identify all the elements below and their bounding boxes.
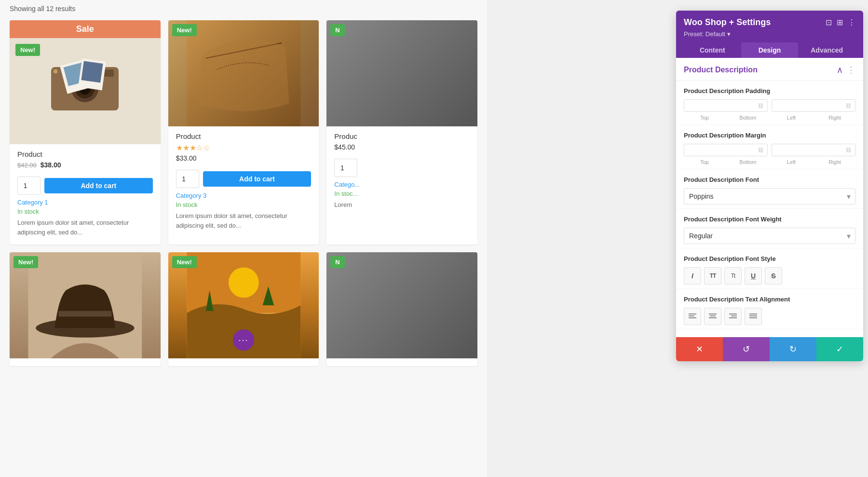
- underline-btn[interactable]: U: [745, 267, 762, 285]
- tt-caps-btn[interactable]: TT: [704, 267, 721, 285]
- strikethrough-btn[interactable]: S: [765, 267, 782, 285]
- product-desc-1: Lorem ipsum dolor sit amet, consectetur …: [10, 218, 161, 237]
- qty-input-2[interactable]: [176, 170, 199, 188]
- padding-right-input[interactable]: ⛓: [772, 99, 855, 112]
- responsive-icon[interactable]: ⊡: [826, 18, 832, 27]
- padding-label-left: Left: [771, 115, 812, 121]
- product-info-2: Product ★★★☆☆ $33.00: [168, 126, 319, 162]
- bag-svg: [168, 20, 319, 126]
- link-icon-3: ⛓: [758, 147, 763, 153]
- product-image-3: N: [326, 20, 477, 126]
- font-select[interactable]: Poppins Roboto Open Sans: [684, 188, 855, 204]
- panel-header-icons: ⊡ ⊞ ⋮: [826, 18, 855, 27]
- padding-label-bottom: Bottom: [727, 115, 769, 121]
- tab-content[interactable]: Content: [684, 42, 741, 58]
- padding-top-input[interactable]: ⛓: [684, 99, 768, 112]
- dots-icon: ···: [238, 335, 248, 345]
- text-align-buttons: [684, 308, 855, 325]
- font-style-label: Product Description Font Style: [684, 255, 855, 262]
- category-link-2[interactable]: Category 3: [168, 192, 319, 199]
- font-weight-label: Product Description Font Weight: [684, 216, 855, 223]
- panel-body: Product Description ∧ ⋮ Product Descript…: [676, 58, 863, 337]
- product-desc-3: Lorem: [326, 200, 477, 210]
- svg-rect-5: [54, 69, 57, 73]
- product-card-3: N Produc $45.00 Catego... In stoc... Lor…: [326, 20, 477, 245]
- tab-advanced[interactable]: Advanced: [798, 42, 855, 58]
- tab-design[interactable]: Design: [741, 42, 799, 58]
- hat-image: [10, 252, 161, 358]
- partial-image: [326, 20, 477, 126]
- add-to-cart-btn-1[interactable]: Add to cart: [44, 178, 153, 193]
- cancel-btn[interactable]: ✕: [676, 337, 723, 361]
- text-align-label: Product Description Text Alignment: [684, 296, 855, 303]
- badge-new-2: New!: [172, 24, 197, 36]
- font-select-wrapper: Poppins Roboto Open Sans: [684, 188, 855, 204]
- product-card-6: N: [326, 252, 477, 366]
- padding-setting: Product Description Padding ⛓ ⛓ Top Bott…: [676, 81, 863, 125]
- add-to-cart-btn-2[interactable]: Add to cart: [203, 171, 312, 187]
- padding-label-top: Top: [684, 115, 725, 121]
- svg-rect-9: [81, 61, 103, 82]
- collapse-icon[interactable]: ∧: [837, 65, 843, 75]
- category-link-3[interactable]: Catego...: [326, 181, 477, 188]
- stars-2: ★★★☆☆: [176, 143, 312, 152]
- dots-menu[interactable]: ···: [233, 329, 254, 351]
- margin-inputs: ⛓ ⛓: [684, 144, 855, 156]
- align-right-btn[interactable]: [724, 308, 742, 325]
- badge-new-3: N: [330, 24, 344, 36]
- panel-preset[interactable]: Preset: Default ▾: [684, 30, 855, 38]
- category-link-1[interactable]: Category 1: [10, 199, 161, 206]
- product-name-2: Product: [176, 132, 312, 140]
- settings-panel: Woo Shop + Settings ⊡ ⊞ ⋮ Preset: Defaul…: [676, 11, 863, 361]
- product-desc-2: Lorem ipsum dolor sit amet, consectetur …: [168, 211, 319, 230]
- margin-label-left: Left: [771, 159, 812, 165]
- svg-rect-15: [58, 311, 111, 317]
- in-stock-3: In stoc...: [326, 190, 477, 197]
- italic-btn[interactable]: I: [684, 267, 701, 285]
- in-stock-1: In stock: [10, 208, 161, 215]
- svg-rect-25: [709, 317, 717, 318]
- product-image-5: New! ···: [168, 252, 319, 358]
- section-title: Product Description: [684, 66, 758, 74]
- svg-rect-19: [689, 313, 696, 314]
- align-center-btn[interactable]: [704, 308, 721, 325]
- svg-rect-20: [689, 315, 694, 316]
- camera-svg: [41, 53, 128, 130]
- layout-icon[interactable]: ⊞: [837, 18, 843, 27]
- in-stock-2: In stock: [168, 201, 319, 208]
- margin-right-input[interactable]: ⛓: [772, 144, 855, 156]
- align-justify-icon: [749, 313, 757, 319]
- margin-label: Product Description Margin: [684, 132, 855, 139]
- more-icon[interactable]: ⋮: [848, 18, 855, 27]
- align-left-icon: [689, 313, 696, 319]
- price-2: $33.00: [176, 154, 197, 162]
- results-count: Showing all 12 results: [10, 5, 477, 13]
- font-weight-setting: Product Description Font Weight Regular …: [676, 209, 863, 248]
- qty-input-1[interactable]: [17, 177, 41, 195]
- svg-rect-31: [749, 313, 757, 314]
- product-card-1: Sale: [10, 20, 161, 245]
- tt-lower-btn[interactable]: Tt: [724, 267, 742, 285]
- add-to-cart-row-1: Add to cart: [10, 173, 161, 199]
- save-btn[interactable]: ✓: [816, 337, 863, 361]
- redo-btn[interactable]: ↻: [770, 337, 816, 361]
- badge-new-6: N: [330, 256, 344, 268]
- svg-rect-21: [689, 317, 696, 318]
- product-name-3: Produc: [334, 132, 470, 140]
- font-weight-select[interactable]: Regular Bold Light: [684, 228, 855, 244]
- badge-new-1: New!: [15, 44, 40, 56]
- align-left-btn[interactable]: [684, 308, 701, 325]
- panel-title-row: Woo Shop + Settings ⊡ ⊞ ⋮: [684, 17, 855, 27]
- product-price-1: $42.00 $38.00: [17, 161, 153, 169]
- margin-top-input[interactable]: ⛓: [684, 144, 768, 156]
- section-more-icon[interactable]: ⋮: [847, 65, 855, 75]
- margin-label-right: Right: [814, 159, 855, 165]
- product-card-2: New! Product ★★★☆☆ $33.00 Add to cart Ca…: [168, 20, 319, 245]
- undo-btn[interactable]: ↺: [723, 337, 770, 361]
- old-price-1: $42.00: [17, 162, 37, 169]
- qty-input-3[interactable]: [334, 159, 357, 177]
- add-to-cart-row-2: Add to cart: [168, 166, 319, 192]
- section-header-icons: ∧ ⋮: [837, 65, 855, 75]
- align-justify-btn[interactable]: [745, 308, 762, 325]
- shop-area: Showing all 12 results Sale: [0, 0, 487, 477]
